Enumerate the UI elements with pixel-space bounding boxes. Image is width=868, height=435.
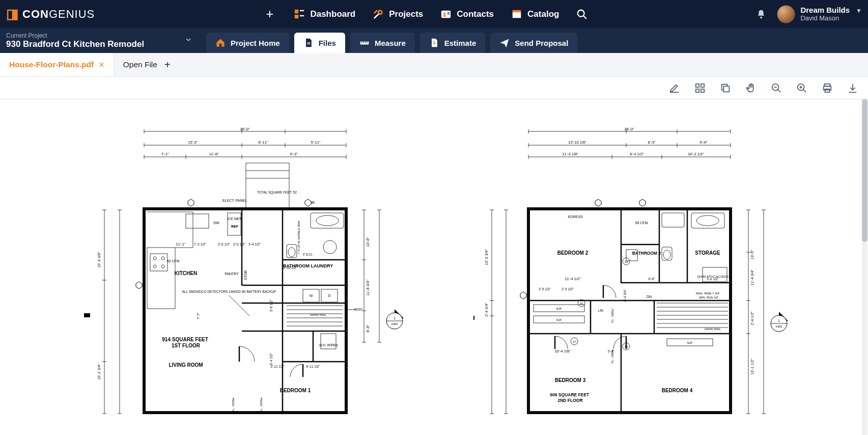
send-icon [499, 38, 510, 48]
svg-text:6'-8": 6'-8" [366, 324, 370, 332]
project-bar: Current Project 930 Bradford Ct Kitchen … [0, 28, 868, 53]
svg-text:D: D [328, 294, 330, 297]
download-icon[interactable] [847, 82, 859, 94]
user-org: Dream Builds [800, 6, 850, 14]
nav-projects-label: Projects [389, 9, 423, 19]
svg-text:W.H. W/PAN: W.H. W/PAN [319, 343, 338, 347]
pdf-viewer[interactable]: 28'-0" 15'-2" 6'-11" 5'-11" 7'-1" 11'-8"… [0, 99, 868, 435]
svg-text:P.L. 1500w: P.L. 1500w [611, 309, 614, 323]
svg-text:TOTAL SQUARE FEET: 52: TOTAL SQUARE FEET: 52 [257, 191, 297, 195]
svg-text:S1F: S1F [687, 341, 692, 344]
svg-text:11'-4 1/2": 11'-4 1/2" [565, 277, 581, 281]
tab-measure[interactable]: Measure [350, 33, 415, 53]
user-menu[interactable]: Dream Builds David Mason ▼ [777, 5, 862, 23]
open-file-button[interactable]: Open File + [114, 53, 180, 76]
svg-rect-15 [307, 44, 310, 44]
svg-text:3'-6 1/2": 3'-6 1/2" [269, 299, 273, 311]
svg-text:ELECT.
PANEL: ELECT. PANEL [222, 199, 247, 202]
svg-rect-1 [300, 10, 304, 11]
tab-project-home[interactable]: Project Home [206, 33, 289, 53]
tab-files[interactable]: Files [294, 33, 345, 53]
file-tab-active[interactable]: House-Floor-Plans.pdf × [0, 53, 114, 76]
nav-projects[interactable]: Projects [373, 9, 423, 20]
svg-rect-13 [219, 44, 222, 47]
file-tab-strip: House-Floor-Plans.pdf × Open File + [0, 53, 868, 77]
svg-rect-18 [696, 84, 699, 87]
svg-text:10'-6": 10'-6" [366, 237, 370, 247]
close-icon[interactable]: × [99, 60, 104, 70]
svg-text:7'-3 1/2": 7'-3 1/2" [194, 242, 206, 246]
nav-catalog[interactable]: Catalog [511, 9, 559, 20]
nav-contacts[interactable]: Contacts [440, 9, 494, 20]
svg-rect-27 [825, 89, 829, 92]
svg-text:16: 16 [580, 302, 583, 305]
svg-text:10'-3 3/8": 10'-3 3/8" [97, 252, 101, 268]
svg-text:F.S.O.: F.S.O. [303, 253, 313, 256]
scrollbar[interactable] [862, 99, 867, 435]
svg-text:10'-4 1/8": 10'-4 1/8" [554, 349, 571, 354]
svg-text:11'-1": 11'-1" [176, 242, 185, 247]
svg-rect-9 [513, 11, 521, 18]
svg-text:1: 1 [394, 316, 396, 320]
svg-text:4'-11 1/2": 4'-11 1/2" [306, 365, 320, 368]
nav-search[interactable] [576, 9, 587, 20]
svg-text:DN: DN [647, 295, 652, 298]
global-add-button[interactable]: + [263, 6, 276, 22]
svg-text:13'-10 1/8": 13'-10 1/8" [568, 140, 586, 145]
svg-text:6'-11": 6'-11" [258, 140, 268, 145]
annotate-icon[interactable] [668, 82, 681, 94]
svg-point-51 [161, 257, 164, 260]
pan-hand-icon[interactable] [745, 82, 757, 94]
home-icon [215, 38, 226, 48]
svg-rect-44 [186, 214, 209, 228]
svg-text:3'-4 1/2": 3'-4 1/2" [269, 352, 273, 365]
svg-text:BEDROOM 2: BEDROOM 2 [557, 250, 589, 256]
plus-icon: + [164, 59, 171, 71]
file-icon [303, 38, 314, 48]
svg-point-52 [153, 265, 156, 268]
tab-project-home-label: Project Home [231, 39, 280, 47]
svg-rect-10 [513, 10, 521, 12]
svg-text:REF: REF [231, 225, 239, 228]
svg-point-117 [696, 215, 719, 226]
svg-point-61 [316, 215, 339, 226]
ruler-icon [359, 38, 370, 48]
svg-text:7'-1": 7'-1" [161, 152, 169, 156]
contacts-icon [440, 9, 452, 20]
svg-text:7'-7": 7'-7" [197, 312, 200, 319]
svg-text:6'-4 1/2": 6'-4 1/2" [630, 152, 644, 156]
svg-text:STORAGE: STORAGE [695, 250, 720, 256]
tab-estimate[interactable]: $ Estimate [420, 33, 486, 53]
print-icon[interactable] [821, 82, 833, 94]
svg-text:13'-1 1/2": 13'-1 1/2" [750, 359, 754, 375]
file-tab-label: House-Floor-Plans.pdf [9, 60, 94, 69]
zoom-out-icon[interactable] [770, 82, 782, 94]
tools-icon [373, 9, 384, 20]
user-text: Dream Builds David Mason [800, 6, 850, 22]
bell-icon[interactable] [755, 9, 767, 20]
thumbnails-icon[interactable] [694, 82, 706, 94]
copy-icon[interactable] [719, 82, 732, 94]
brand-logo[interactable]: ◨ CONGENIUS [5, 6, 95, 22]
svg-text:3'-11 1/2": 3'-11 1/2" [270, 365, 285, 368]
svg-rect-7 [447, 12, 450, 13]
viewer-toolbar [0, 77, 868, 99]
svg-text:11'-4 3/4": 11'-4 3/4" [750, 269, 754, 286]
nav-contacts-label: Contacts [457, 9, 494, 19]
svg-text:50 CFM: 50 CFM [167, 259, 180, 263]
svg-text:8'-4 3/4": 8'-4 3/4" [623, 289, 627, 301]
scrollbar-thumb[interactable] [862, 99, 867, 242]
zoom-in-icon[interactable] [796, 82, 808, 94]
nav-dashboard[interactable]: Dashboard [294, 9, 355, 20]
brand-genius: GENIUS [49, 8, 95, 20]
project-selector[interactable]: Current Project 930 Bradford Ct Kitchen … [0, 28, 201, 53]
nav-right: Dream Builds David Mason ▼ [755, 5, 862, 23]
brand-con: CON [22, 8, 49, 20]
svg-text:15'-2": 15'-2" [188, 140, 198, 145]
tab-send-proposal[interactable]: Send Proposal [490, 33, 577, 53]
svg-rect-0 [295, 9, 298, 13]
svg-text:14: 14 [625, 260, 628, 263]
nav-dashboard-label: Dashboard [310, 9, 355, 19]
svg-marker-156 [639, 199, 646, 206]
svg-text:DW: DW [213, 221, 219, 225]
